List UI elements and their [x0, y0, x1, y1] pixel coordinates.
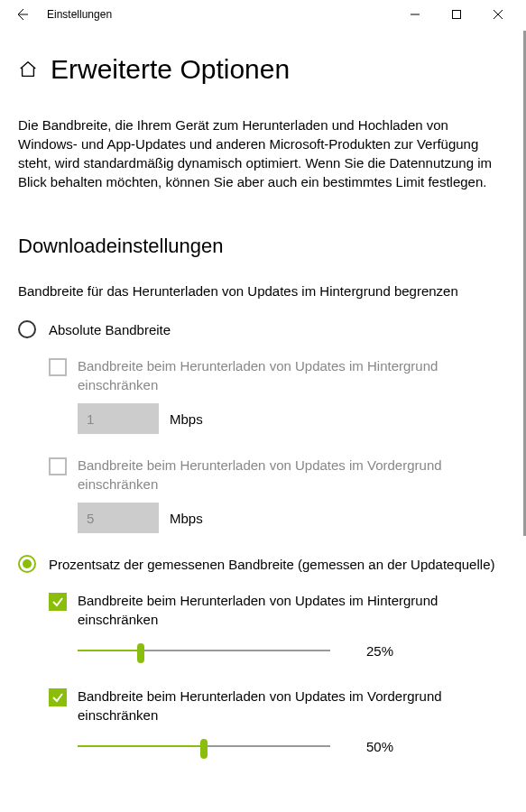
radio-absolute-label: Absolute Bandbreite — [49, 322, 171, 337]
arrow-left-icon — [14, 7, 29, 22]
checkbox-pct-foreground[interactable] — [49, 688, 67, 706]
download-subheading: Bandbreite für das Herunterladen von Upd… — [18, 283, 508, 299]
slider-thumb[interactable] — [200, 739, 208, 759]
intro-text: Die Bandbreite, die Ihrem Gerät zum Heru… — [18, 115, 505, 191]
download-section-title: Downloadeinstellungen — [18, 235, 508, 258]
radio-percent-label: Prozentsatz der gemessenen Bandbreite (g… — [49, 557, 494, 572]
close-button[interactable] — [477, 0, 519, 29]
maximize-button[interactable] — [436, 0, 477, 29]
radio-percent-bandwidth[interactable]: Prozentsatz der gemessenen Bandbreite (g… — [18, 555, 508, 573]
check-icon — [51, 691, 64, 704]
slider-thumb[interactable] — [137, 643, 144, 663]
slider-pct-background-value: 25% — [366, 643, 411, 659]
checkbox-abs-background-label: Bandbreite beim Herunterladen von Update… — [78, 356, 493, 394]
checkbox-pct-foreground-label: Bandbreite beim Herunterladen von Update… — [78, 687, 493, 724]
home-icon[interactable] — [18, 60, 38, 79]
checkbox-pct-background-label: Bandbreite beim Herunterladen von Update… — [78, 591, 493, 629]
radio-icon — [18, 320, 36, 338]
radio-icon — [18, 555, 36, 573]
svg-rect-1 — [453, 11, 461, 19]
window-title: Einstellungen — [47, 8, 394, 21]
minimize-button[interactable] — [394, 0, 436, 29]
maximize-icon — [452, 10, 461, 19]
back-button[interactable] — [7, 0, 36, 29]
slider-pct-foreground[interactable] — [78, 737, 330, 755]
checkbox-abs-foreground-label: Bandbreite beim Herunterladen von Update… — [78, 456, 493, 494]
unit-mbps: Mbps — [170, 511, 203, 526]
radio-absolute-bandwidth[interactable]: Absolute Bandbreite — [18, 320, 508, 338]
slider-pct-foreground-value: 50% — [366, 739, 411, 754]
unit-mbps: Mbps — [170, 411, 203, 427]
checkbox-abs-foreground — [49, 457, 67, 475]
check-icon — [51, 595, 64, 608]
slider-pct-background[interactable] — [78, 641, 330, 660]
close-icon — [494, 10, 503, 19]
input-abs-foreground — [78, 503, 159, 533]
page-title: Erweiterte Optionen — [51, 54, 290, 85]
input-abs-background — [78, 403, 159, 434]
minimize-icon — [411, 10, 420, 19]
checkbox-pct-background[interactable] — [49, 593, 67, 611]
checkbox-abs-background — [49, 358, 67, 376]
